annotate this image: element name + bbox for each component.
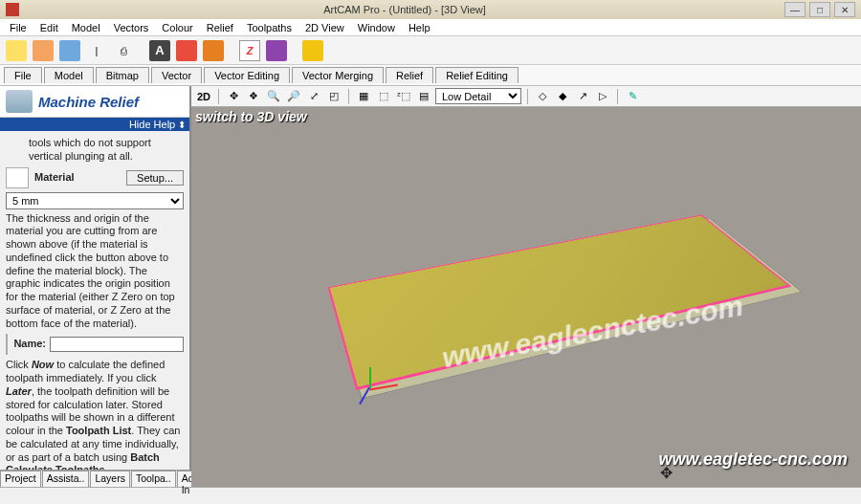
minimize-button[interactable]: — [784,2,806,17]
menu-model[interactable]: Model [66,21,106,34]
view-z-icon[interactable]: ᶻ⬚ [395,88,412,105]
open-icon[interactable] [33,40,54,61]
material-bounding-box [327,215,791,391]
titlebar: ArtCAM Pro - (Untitled) - [3D View] — □ … [0,0,861,19]
intro-text: tools which do not support vertical plun… [29,137,184,164]
y-axis-icon [369,367,371,388]
sidebar: Machine Relief Hide Help ⬍ tools which d… [0,86,191,487]
app-icon [6,3,19,16]
material-icon [6,167,29,188]
hide-help-bar[interactable]: Hide Help ⬍ [0,118,189,131]
menu-window[interactable]: Window [352,21,401,34]
switch-to-3d-label: switch to 3D view [195,109,307,124]
shade-solid-icon[interactable]: ◆ [554,88,571,105]
sidebar-title: Machine Relief [38,94,139,110]
material-thickness-select[interactable]: 5 mm [6,192,184,209]
close-window-button[interactable]: ✕ [834,2,855,17]
tab-file[interactable]: File [4,67,42,83]
move-cursor-icon: ✥ [660,464,673,482]
sidebar-body: tools which do not support vertical plun… [0,131,189,470]
axis-icon[interactable]: ↗ [574,88,591,105]
menubar: File Edit Model Vectors Colour Relief To… [0,19,861,36]
people-icon[interactable] [302,40,323,61]
sidebar-header: Machine Relief [0,86,189,118]
menu-edit[interactable]: Edit [34,21,64,34]
menu-relief[interactable]: Relief [201,21,239,34]
watermark-2: www.eagletec-cnc.com [659,449,848,470]
orange-tool-icon[interactable] [203,40,224,61]
setup-button[interactable]: Setup... [126,170,184,186]
menu-help[interactable]: Help [403,21,436,34]
tab-relief[interactable]: Relief [386,67,433,83]
viewport-toolbar: 2D ✥ ❖ 🔍 🔎 ⤢ ◰ ▦ ⬚ ᶻ⬚ ▤ Low Detail ◇ ◆ ↗… [191,86,861,107]
material-label: Material [34,171,75,185]
book-icon[interactable] [266,40,287,61]
view-2d-button[interactable]: 2D [195,88,212,105]
relief-scene [306,153,813,421]
btab-toolpaths[interactable]: Toolpa.. [131,471,176,487]
tab-model[interactable]: Model [44,67,94,83]
play-icon[interactable]: ▷ [594,88,611,105]
btab-project[interactable]: Project [0,471,41,487]
save-icon[interactable] [59,40,80,61]
artcam-a-icon[interactable]: A [149,40,170,61]
viewport-3d[interactable]: 2D ✥ ❖ 🔍 🔎 ⤢ ◰ ▦ ⬚ ᶻ⬚ ▤ Low Detail ◇ ◆ ↗… [191,86,861,487]
tab-toolbar: File Model Bitmap Vector Vector Editing … [0,65,861,86]
btab-layers[interactable]: Layers [90,471,130,487]
view-iso-icon[interactable]: ⬚ [375,88,392,105]
shade-diamond-icon[interactable]: ◇ [534,88,551,105]
menu-file[interactable]: File [4,21,33,34]
tab-vector-merging[interactable]: Vector Merging [292,67,384,83]
tab-vector[interactable]: Vector [151,67,202,83]
rotate-icon[interactable]: ❖ [245,88,262,105]
red-tool-icon[interactable] [176,40,197,61]
new-icon[interactable] [6,40,27,61]
menu-toolpaths[interactable]: Toolpaths [241,21,298,34]
menu-2dview[interactable]: 2D View [299,21,350,34]
sidebar-bottom-tabs: Project Assista.. Layers Toolpa.. Add In [0,470,189,487]
brush-icon[interactable]: ✎ [624,88,641,105]
main-toolbar: | ⎙ A Z [0,36,861,65]
maximize-button[interactable]: □ [809,2,830,17]
zoom-in-icon[interactable]: 🔍 [265,88,282,105]
print-icon[interactable]: ⎙ [113,40,134,61]
view-grid-icon[interactable]: ▤ [415,88,432,105]
tab-vector-editing[interactable]: Vector Editing [204,67,290,83]
tab-relief-editing[interactable]: Relief Editing [435,67,519,83]
view-top-icon[interactable]: ▦ [355,88,372,105]
name-input[interactable] [50,337,184,352]
statusbar [0,487,861,504]
z-tool-icon[interactable]: Z [239,40,260,61]
zoom-window-icon[interactable]: ◰ [325,88,342,105]
tab-bitmap[interactable]: Bitmap [96,67,149,83]
name-description: Click Now to calculate the defined toolp… [6,359,184,470]
name-icon [6,334,8,355]
detail-select[interactable]: Low Detail [435,88,521,104]
btab-assistant[interactable]: Assista.. [42,471,90,487]
name-label: Name: [13,338,46,351]
machine-relief-icon [6,90,33,113]
menu-vectors[interactable]: Vectors [108,21,155,34]
menu-colour[interactable]: Colour [156,21,198,34]
separator-icon: | [86,40,107,61]
zoom-fit-icon[interactable]: ⤢ [305,88,322,105]
zoom-out-icon[interactable]: 🔎 [285,88,302,105]
move-icon[interactable]: ✥ [225,88,242,105]
window-title: ArtCAM Pro - (Untitled) - [3D View] [25,4,784,15]
material-description: The thickness and origin of the material… [6,212,184,331]
